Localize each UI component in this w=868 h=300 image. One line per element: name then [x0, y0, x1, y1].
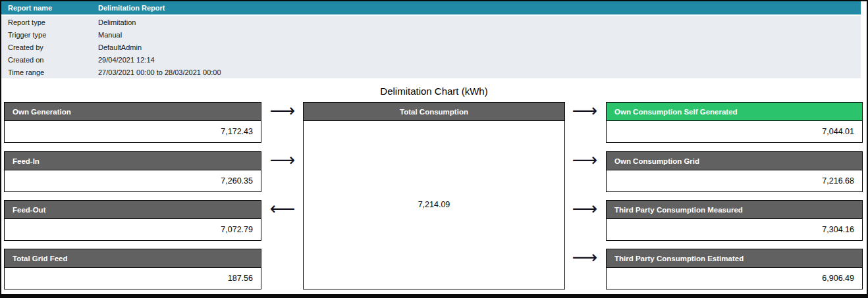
box-header: Own Generation: [5, 103, 261, 121]
box-header: Third Party Consumption Estimated: [607, 249, 862, 268]
box-value: 7,304.16: [607, 219, 862, 240]
row-value: 29/04/2021 12:14: [98, 56, 861, 64]
box-value: 7,044.01: [607, 121, 862, 142]
flow-arrow-right-icon: ⟶: [262, 151, 303, 170]
box-header: Total Consumption: [304, 103, 564, 121]
box-value: 7,172.43: [5, 121, 261, 142]
flow-box-own-consumption-self-generated: Own Consumption Self Generated 7,044.01: [606, 102, 863, 143]
flow-arrow-right-icon: ⟶: [564, 249, 605, 267]
row-value: 27/03/2021 00:00 to 28/03/2021 00:00: [98, 68, 861, 76]
box-value: 6,906.49: [607, 268, 862, 289]
flow-box-feed-in: Feed-In 7,260.35: [4, 151, 261, 192]
flow-arrow-right-icon: ⟶: [262, 102, 303, 120]
flow-box-total-grid-feed: Total Grid Feed 187.56: [4, 249, 261, 289]
flow-box-own-generation: Own Generation 7,172.43: [4, 102, 261, 143]
flow-box-own-consumption-grid: Own Consumption Grid 7,216.68: [606, 151, 863, 192]
flow-box-third-party-consumption-measured: Third Party Consumption Measured 7,304.1…: [606, 200, 863, 241]
flow-box-third-party-consumption-estimated: Third Party Consumption Estimated 6,906.…: [606, 249, 863, 289]
flow-arrow-right-icon: ⟶: [564, 102, 605, 120]
table-row-report-type: Report type Delimitation: [1, 16, 861, 28]
box-header: Feed-Out: [5, 201, 261, 219]
box-header: Third Party Consumption Measured: [607, 201, 862, 219]
row-value: DefaultAdmin: [98, 43, 861, 51]
box-header-highlighted: Own Consumption Self Generated: [607, 103, 862, 121]
box-header: Feed-In: [5, 152, 261, 170]
flow-box-total-consumption: Total Consumption 7,214.09: [303, 102, 565, 289]
report-metadata-table: Report name Delimitation Report Report t…: [1, 1, 861, 78]
box-value: 7,260.35: [5, 170, 261, 191]
flow-arrow-right-icon: ⟶: [564, 200, 605, 218]
row-label: Created by: [1, 43, 98, 51]
flow-box-feed-out: Feed-Out 7,072.79: [4, 200, 261, 241]
flow-arrow-right-icon: ⟶: [564, 151, 605, 170]
box-value: 7,214.09: [304, 200, 564, 209]
row-label: Time range: [1, 68, 98, 76]
row-label: Report type: [1, 18, 98, 26]
row-label: Trigger type: [1, 31, 98, 39]
flow-arrow-left-icon: ⟵: [262, 200, 303, 218]
table-row-time-range: Time range 27/03/2021 00:00 to 28/03/202…: [1, 66, 861, 78]
row-value: Delimitation: [98, 18, 861, 26]
chart-title: Delimitation Chart (kWh): [0, 86, 868, 97]
box-value: 7,072.79: [5, 219, 261, 240]
report-name-value: Delimitation Report: [98, 4, 861, 12]
table-row-trigger-type: Trigger type Manual: [1, 28, 861, 41]
table-header-row: Report name Delimitation Report: [1, 1, 861, 14]
table-row-created-by: Created by DefaultAdmin: [1, 41, 861, 53]
box-value: 7,216.68: [607, 170, 862, 191]
row-value: Manual: [98, 31, 861, 39]
box-body: 7,214.09: [304, 121, 564, 289]
row-label: Created on: [1, 56, 98, 64]
box-header: Total Grid Feed: [5, 249, 261, 268]
report-name-label: Report name: [1, 4, 98, 12]
table-row-created-on: Created on 29/04/2021 12:14: [1, 53, 861, 66]
box-header: Own Consumption Grid: [607, 152, 862, 170]
box-value: 187.56: [5, 268, 261, 289]
